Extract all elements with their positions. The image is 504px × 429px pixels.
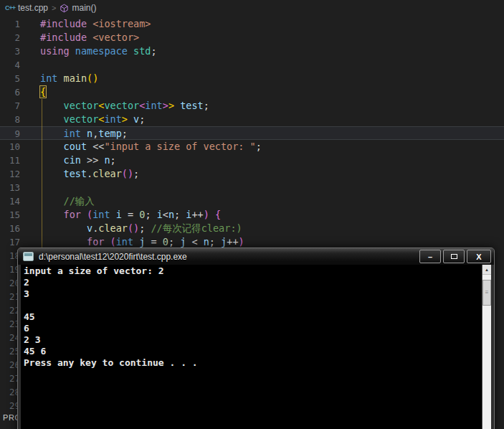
code-token: int xyxy=(40,72,57,84)
code-line[interactable]: 13 xyxy=(0,181,504,194)
maximize-icon xyxy=(451,254,457,259)
code-text: int main() xyxy=(20,72,98,85)
breadcrumb-symbol[interactable]: main() xyxy=(60,3,96,13)
code-line[interactable]: 6{ xyxy=(0,85,504,99)
code-token xyxy=(40,100,64,111)
code-line[interactable]: 9 int n,temp; xyxy=(0,126,504,140)
code-token: ( xyxy=(87,209,92,220)
line-number: 9 xyxy=(0,127,20,139)
line-number: 8 xyxy=(0,113,20,126)
console-output-text: input a size of vector: 2234562 345 6Pre… xyxy=(24,265,480,429)
code-token: std xyxy=(133,45,151,57)
code-token: //输入 xyxy=(64,195,95,207)
code-token xyxy=(40,154,64,166)
console-line: 45 6 xyxy=(24,346,480,357)
code-token xyxy=(128,113,133,125)
code-line[interactable]: 15 for (int i = 0; i<n; i++) { xyxy=(0,208,504,222)
close-button[interactable]: X xyxy=(467,250,491,263)
code-token: ; xyxy=(110,154,116,166)
code-token: ; xyxy=(209,236,221,248)
symbol-method-icon xyxy=(60,4,69,13)
code-line[interactable]: 12 test.clear(); xyxy=(0,167,504,181)
code-token: int xyxy=(116,236,133,248)
line-number: 12 xyxy=(0,167,20,181)
scrollbar-thumb[interactable]: ≡ xyxy=(482,280,491,306)
code-token: < xyxy=(186,236,203,248)
code-token: int xyxy=(92,209,110,220)
code-token xyxy=(40,195,64,207)
breadcrumb-file-label: test.cpp xyxy=(18,3,48,13)
code-token: cout xyxy=(64,141,87,152)
active-indent-guide xyxy=(42,99,42,250)
console-line: 2 3 xyxy=(24,334,480,346)
code-text: vector<int> v; xyxy=(20,113,145,126)
code-token xyxy=(70,45,75,57)
code-token xyxy=(40,141,64,152)
code-token: ; xyxy=(204,100,209,111)
code-token: () xyxy=(87,72,98,84)
console-window[interactable]: d:\personal\test12\2020firt\test.cpp.exe… xyxy=(17,248,495,429)
console-line: input a size of vector: 2 xyxy=(24,265,480,277)
code-token: << xyxy=(87,141,104,152)
line-number: 7 xyxy=(0,99,20,113)
line-number: 17 xyxy=(0,235,20,249)
code-token: ; xyxy=(145,209,156,220)
code-text: test.clear(); xyxy=(20,167,139,181)
code-token: <iostream> xyxy=(92,18,151,29)
breadcrumb-file[interactable]: C++ test.cpp xyxy=(5,3,48,13)
code-token: using xyxy=(40,45,70,57)
code-line[interactable]: 3using namespace std; xyxy=(0,44,504,58)
code-line[interactable]: 1#include <iostream> xyxy=(0,17,504,31)
code-token: int xyxy=(104,113,121,125)
code-token xyxy=(81,128,87,139)
code-line[interactable]: 2#include <vector> xyxy=(0,31,504,44)
code-token: ; xyxy=(256,141,262,152)
console-titlebar[interactable]: d:\personal\test12\2020firt\test.cpp.exe… xyxy=(18,248,494,265)
code-token: for xyxy=(87,236,104,248)
code-token: namespace xyxy=(75,45,128,57)
code-line[interactable]: 4 xyxy=(0,58,504,72)
code-line[interactable]: 11 cin >> n; xyxy=(0,154,504,167)
code-token xyxy=(40,222,87,234)
code-token: n xyxy=(204,236,209,248)
line-number: 6 xyxy=(0,85,20,99)
code-token: < xyxy=(163,209,168,220)
code-token: n xyxy=(104,154,110,166)
code-token: <vector> xyxy=(92,32,139,43)
code-token xyxy=(87,32,92,43)
code-token: = xyxy=(145,236,162,248)
code-text: for (int i = 0; i<n; i++) { xyxy=(20,208,221,222)
minimize-button[interactable]: – xyxy=(419,250,441,263)
code-line[interactable]: 5int main() xyxy=(0,72,504,85)
code-token: i xyxy=(157,209,163,220)
code-line[interactable]: 14 //输入 xyxy=(0,194,504,208)
code-token xyxy=(133,236,139,248)
line-number: 11 xyxy=(0,154,20,167)
scroll-up-icon[interactable]: ▲ xyxy=(482,265,491,275)
line-number: 3 xyxy=(0,44,20,58)
console-line: 2 xyxy=(24,277,480,288)
code-text: //输入 xyxy=(20,194,95,208)
code-line[interactable]: 7 vector<vector<int>> test; xyxy=(0,99,504,113)
console-output-area[interactable]: input a size of vector: 2234562 345 6Pre… xyxy=(21,265,491,429)
code-text: #include <iostream> xyxy=(20,17,151,31)
console-scrollbar[interactable]: ▲ ≡ xyxy=(482,265,491,429)
code-token xyxy=(81,209,87,220)
code-text: vector<vector<int>> test; xyxy=(20,99,209,113)
code-token: = xyxy=(122,209,139,220)
console-line: 3 xyxy=(24,288,480,300)
code-token xyxy=(209,209,215,220)
line-number: 5 xyxy=(0,72,20,85)
code-token xyxy=(40,113,64,125)
code-token: vector xyxy=(64,113,99,125)
line-number: 4 xyxy=(0,58,20,72)
code-token: ( xyxy=(110,236,116,248)
code-token: n xyxy=(168,209,174,220)
line-number: 2 xyxy=(0,31,20,44)
code-line[interactable]: 10 cout <<"input a size of vector: "; xyxy=(0,140,504,154)
code-token: ; xyxy=(139,113,145,125)
code-line[interactable]: 16 v.clear(); //每次记得clear:) xyxy=(0,222,504,235)
code-token: ++ xyxy=(227,236,238,248)
code-line[interactable]: 8 vector<int> v; xyxy=(0,113,504,126)
maximize-button[interactable] xyxy=(443,250,465,263)
